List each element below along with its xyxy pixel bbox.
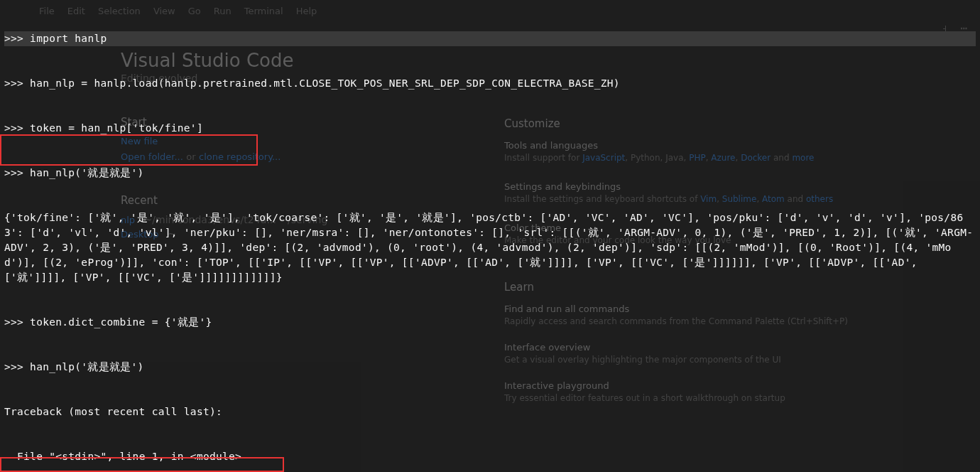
terminal-line: >>> token.dict_combine = {'就是'} bbox=[4, 315, 976, 330]
terminal-line: >>> token = han_nlp['tok/fine'] bbox=[4, 121, 976, 136]
terminal-line: >>> han_nlp = hanlp.load(hanlp.pretraine… bbox=[4, 76, 976, 91]
terminal-line: Traceback (most recent call last): bbox=[4, 404, 976, 419]
highlight-box-2 bbox=[0, 457, 284, 472]
terminal[interactable]: >>> import hanlp >>> han_nlp = hanlp.loa… bbox=[0, 0, 980, 472]
terminal-line: >>> han_nlp('就是就是') bbox=[4, 166, 976, 181]
terminal-line: >>> import hanlp bbox=[4, 31, 976, 46]
terminal-line: {'tok/fine': ['就', '是', '就', '是'], 'tok/… bbox=[4, 210, 976, 285]
terminal-line: >>> han_nlp('就是就是') bbox=[4, 360, 976, 375]
highlight-box-1 bbox=[0, 134, 258, 166]
